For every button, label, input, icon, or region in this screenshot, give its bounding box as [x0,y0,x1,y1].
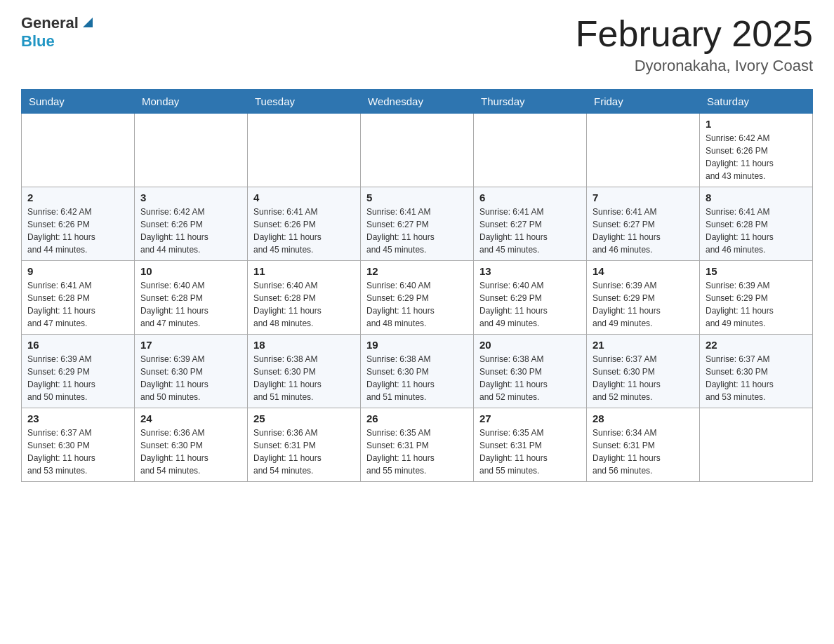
calendar-day-header: Tuesday [248,90,361,114]
calendar-week-row: 16Sunrise: 6:39 AM Sunset: 6:29 PM Dayli… [22,335,813,408]
calendar-cell [135,114,248,187]
day-number: 22 [706,339,807,351]
calendar-cell: 25Sunrise: 6:36 AM Sunset: 6:31 PM Dayli… [248,408,361,482]
calendar-cell: 9Sunrise: 6:41 AM Sunset: 6:28 PM Daylig… [22,261,135,335]
day-info: Sunrise: 6:36 AM Sunset: 6:31 PM Dayligh… [253,427,355,477]
day-info: Sunrise: 6:37 AM Sunset: 6:30 PM Dayligh… [706,353,807,403]
logo-triangle-icon [80,15,95,30]
day-info: Sunrise: 6:41 AM Sunset: 6:27 PM Dayligh… [479,206,581,256]
calendar-cell: 18Sunrise: 6:38 AM Sunset: 6:30 PM Dayli… [248,335,361,408]
day-number: 13 [479,265,581,277]
day-info: Sunrise: 6:41 AM Sunset: 6:27 PM Dayligh… [366,206,468,256]
day-info: Sunrise: 6:35 AM Sunset: 6:31 PM Dayligh… [479,427,581,477]
day-info: Sunrise: 6:34 AM Sunset: 6:31 PM Dayligh… [593,427,694,477]
day-info: Sunrise: 6:39 AM Sunset: 6:29 PM Dayligh… [706,279,807,330]
day-number: 16 [27,339,128,351]
day-number: 4 [253,192,355,203]
calendar-cell [248,114,361,187]
calendar-cell: 23Sunrise: 6:37 AM Sunset: 6:30 PM Dayli… [22,408,135,482]
calendar-cell: 17Sunrise: 6:39 AM Sunset: 6:30 PM Dayli… [135,335,248,408]
day-number: 8 [706,192,807,203]
day-info: Sunrise: 6:40 AM Sunset: 6:28 PM Dayligh… [253,279,355,330]
calendar-cell: 12Sunrise: 6:40 AM Sunset: 6:29 PM Dayli… [361,261,474,335]
day-number: 26 [366,412,468,424]
day-number: 5 [366,192,468,203]
calendar-week-row: 1Sunrise: 6:42 AM Sunset: 6:26 PM Daylig… [22,114,813,187]
day-number: 25 [253,412,355,424]
day-number: 3 [140,192,241,203]
day-number: 10 [140,265,241,277]
calendar-cell: 4Sunrise: 6:41 AM Sunset: 6:26 PM Daylig… [248,187,361,261]
calendar-cell: 8Sunrise: 6:41 AM Sunset: 6:28 PM Daylig… [700,187,813,261]
day-number: 17 [140,339,241,351]
day-info: Sunrise: 6:38 AM Sunset: 6:30 PM Dayligh… [366,353,468,403]
page-header: General Blue February 2025 Dyoronakaha, … [21,14,813,75]
day-info: Sunrise: 6:40 AM Sunset: 6:29 PM Dayligh… [366,279,468,330]
calendar-cell: 7Sunrise: 6:41 AM Sunset: 6:27 PM Daylig… [587,187,700,261]
calendar-table: SundayMondayTuesdayWednesdayThursdayFrid… [21,89,813,482]
day-number: 21 [593,339,694,351]
calendar-cell: 1Sunrise: 6:42 AM Sunset: 6:26 PM Daylig… [700,114,813,187]
calendar-cell: 5Sunrise: 6:41 AM Sunset: 6:27 PM Daylig… [361,187,474,261]
day-info: Sunrise: 6:40 AM Sunset: 6:29 PM Dayligh… [479,279,581,330]
day-info: Sunrise: 6:42 AM Sunset: 6:26 PM Dayligh… [27,206,128,256]
logo-blue-text: Blue [21,32,55,51]
day-info: Sunrise: 6:41 AM Sunset: 6:27 PM Dayligh… [593,206,694,256]
day-number: 23 [27,412,128,424]
day-info: Sunrise: 6:39 AM Sunset: 6:29 PM Dayligh… [27,353,128,403]
calendar-cell: 19Sunrise: 6:38 AM Sunset: 6:30 PM Dayli… [361,335,474,408]
day-number: 2 [27,192,128,203]
calendar-cell: 28Sunrise: 6:34 AM Sunset: 6:31 PM Dayli… [587,408,700,482]
calendar-day-header: Saturday [700,90,813,114]
calendar-cell: 27Sunrise: 6:35 AM Sunset: 6:31 PM Dayli… [474,408,587,482]
day-number: 7 [593,192,694,203]
day-info: Sunrise: 6:40 AM Sunset: 6:28 PM Dayligh… [140,279,241,330]
day-number: 24 [140,412,241,424]
day-info: Sunrise: 6:42 AM Sunset: 6:26 PM Dayligh… [706,132,807,182]
day-number: 12 [366,265,468,277]
day-info: Sunrise: 6:38 AM Sunset: 6:30 PM Dayligh… [253,353,355,403]
calendar-cell: 20Sunrise: 6:38 AM Sunset: 6:30 PM Dayli… [474,335,587,408]
calendar-cell: 14Sunrise: 6:39 AM Sunset: 6:29 PM Dayli… [587,261,700,335]
day-info: Sunrise: 6:39 AM Sunset: 6:29 PM Dayligh… [593,279,694,330]
title-block: February 2025 Dyoronakaha, Ivory Coast [576,14,813,75]
day-info: Sunrise: 6:41 AM Sunset: 6:28 PM Dayligh… [706,206,807,256]
day-number: 6 [479,192,581,203]
day-info: Sunrise: 6:37 AM Sunset: 6:30 PM Dayligh… [593,353,694,403]
day-info: Sunrise: 6:38 AM Sunset: 6:30 PM Dayligh… [479,353,581,403]
calendar-week-row: 9Sunrise: 6:41 AM Sunset: 6:28 PM Daylig… [22,261,813,335]
day-number: 9 [27,265,128,277]
calendar-day-header: Wednesday [361,90,474,114]
day-info: Sunrise: 6:36 AM Sunset: 6:30 PM Dayligh… [140,427,241,477]
day-number: 28 [593,412,694,424]
location-subtitle: Dyoronakaha, Ivory Coast [576,57,813,75]
calendar-cell: 26Sunrise: 6:35 AM Sunset: 6:31 PM Dayli… [361,408,474,482]
day-number: 14 [593,265,694,277]
day-number: 19 [366,339,468,351]
day-info: Sunrise: 6:41 AM Sunset: 6:26 PM Dayligh… [253,206,355,256]
day-info: Sunrise: 6:42 AM Sunset: 6:26 PM Dayligh… [140,206,241,256]
day-info: Sunrise: 6:41 AM Sunset: 6:28 PM Dayligh… [27,279,128,330]
day-number: 1 [706,118,807,130]
calendar-cell [700,408,813,482]
svg-marker-0 [83,18,93,27]
calendar-cell [22,114,135,187]
calendar-cell: 24Sunrise: 6:36 AM Sunset: 6:30 PM Dayli… [135,408,248,482]
calendar-cell: 16Sunrise: 6:39 AM Sunset: 6:29 PM Dayli… [22,335,135,408]
calendar-day-header: Sunday [22,90,135,114]
calendar-cell: 2Sunrise: 6:42 AM Sunset: 6:26 PM Daylig… [22,187,135,261]
calendar-cell [587,114,700,187]
day-number: 15 [706,265,807,277]
calendar-cell: 11Sunrise: 6:40 AM Sunset: 6:28 PM Dayli… [248,261,361,335]
day-number: 18 [253,339,355,351]
calendar-week-row: 2Sunrise: 6:42 AM Sunset: 6:26 PM Daylig… [22,187,813,261]
calendar-cell: 15Sunrise: 6:39 AM Sunset: 6:29 PM Dayli… [700,261,813,335]
calendar-cell: 6Sunrise: 6:41 AM Sunset: 6:27 PM Daylig… [474,187,587,261]
calendar-cell: 22Sunrise: 6:37 AM Sunset: 6:30 PM Dayli… [700,335,813,408]
calendar-cell: 3Sunrise: 6:42 AM Sunset: 6:26 PM Daylig… [135,187,248,261]
month-title: February 2025 [576,14,813,54]
logo-wordmark: General Blue [21,14,95,51]
calendar-cell: 13Sunrise: 6:40 AM Sunset: 6:29 PM Dayli… [474,261,587,335]
day-info: Sunrise: 6:35 AM Sunset: 6:31 PM Dayligh… [366,427,468,477]
calendar-cell: 10Sunrise: 6:40 AM Sunset: 6:28 PM Dayli… [135,261,248,335]
